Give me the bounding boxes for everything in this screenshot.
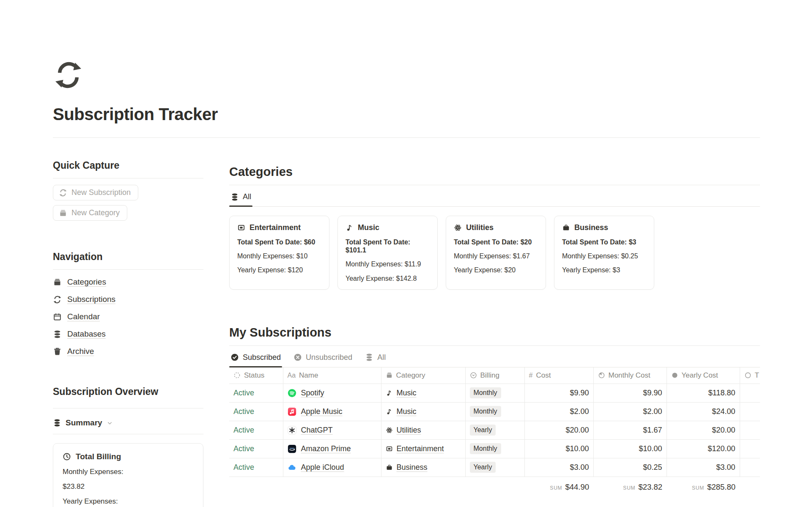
column-header-monthly-cost[interactable]: Monthly Cost xyxy=(593,367,667,384)
nav-link-calendar[interactable]: Calendar xyxy=(67,312,100,321)
outline-circle-icon xyxy=(744,372,752,379)
clock-icon xyxy=(63,452,71,461)
column-header-billing[interactable]: Billing xyxy=(465,367,524,384)
column-header-yearly-cost[interactable]: Yearly Cost xyxy=(667,367,740,384)
subscription-link[interactable]: Amazon Prime xyxy=(301,444,351,453)
yearly-cost-cell[interactable]: $118.80 xyxy=(667,384,740,402)
category-card-music[interactable]: Music Total Spent To Date: $101.1 Monthl… xyxy=(337,216,438,290)
monthly-expenses: Monthly Expenses: $10 xyxy=(237,252,321,260)
tab-all-subscriptions[interactable]: All xyxy=(364,346,387,367)
truncated-cell[interactable] xyxy=(740,421,760,439)
page-refresh-icon[interactable] xyxy=(53,60,760,92)
summary-view-selector[interactable]: Summary xyxy=(53,418,203,428)
new-subscription-button[interactable]: New Subscription xyxy=(53,185,138,200)
nav-link-subscriptions[interactable]: Subscriptions xyxy=(67,295,115,304)
sidebar: Quick Capture New Subscription New Categ… xyxy=(53,160,203,507)
category-card-utilities[interactable]: Utilities Total Spent To Date: $20 Month… xyxy=(446,216,546,290)
table-row-spotify: Active Spotify Music Monthly $9.90 $9.90… xyxy=(229,384,760,402)
tab-label: Unsubscribed xyxy=(306,353,352,362)
monthly-expenses: Monthly Expenses: $1.67 xyxy=(454,252,538,260)
truncated-cell[interactable] xyxy=(740,402,760,421)
yearly-cost-cell[interactable]: $20.00 xyxy=(667,421,740,439)
truncated-cell[interactable] xyxy=(740,458,760,477)
status-cell[interactable]: Active xyxy=(229,402,283,421)
category-link[interactable]: Entertainment xyxy=(397,444,444,453)
category-link[interactable]: Music xyxy=(397,407,417,416)
sum-monthly-cost[interactable]: SUM$23.82 xyxy=(593,477,667,492)
name-cell: Apple Music xyxy=(288,407,377,416)
column-header-category[interactable]: Category xyxy=(381,367,465,384)
nav-link-archive[interactable]: Archive xyxy=(67,347,94,356)
tab-subscribed[interactable]: Subscribed xyxy=(229,346,282,367)
status-cell[interactable]: Active xyxy=(229,384,283,402)
nav-link-categories[interactable]: Categories xyxy=(67,277,106,287)
yearly-cost-cell[interactable]: $24.00 xyxy=(667,402,740,421)
subscription-link[interactable]: ChatGPT xyxy=(301,426,333,435)
category-link[interactable]: Music xyxy=(397,389,417,397)
total-spent: Total Spent To Date: $60 xyxy=(237,238,321,246)
monthly-cost-cell[interactable]: $10.00 xyxy=(593,439,667,458)
tab-all-categories[interactable]: All xyxy=(229,185,252,206)
category-card-entertainment[interactable]: Entertainment Total Spent To Date: $60 M… xyxy=(229,216,329,290)
billing-tag[interactable]: Yearly xyxy=(470,462,496,473)
truncated-cell[interactable] xyxy=(740,384,760,402)
column-header-status[interactable]: Status xyxy=(229,367,283,384)
total-billing-card[interactable]: Total Billing Monthly Expenses: $23.82 Y… xyxy=(53,443,203,507)
cost-cell[interactable]: $10.00 xyxy=(524,439,593,458)
sum-label: SUM xyxy=(623,485,635,491)
sum-yearly-cost[interactable]: SUM$285.80 xyxy=(667,477,740,492)
apple-music-icon xyxy=(288,407,296,416)
billing-tag[interactable]: Yearly xyxy=(470,425,496,436)
amazon-prime-icon xyxy=(288,444,296,453)
divider xyxy=(53,434,203,434)
sidebar-item-archive[interactable]: Archive xyxy=(53,346,203,356)
category-link[interactable]: Business xyxy=(397,463,428,472)
table-row-apple-music: Active Apple Music Music Monthly $2.00 $… xyxy=(229,402,760,421)
cost-cell[interactable]: $3.00 xyxy=(524,458,593,477)
category-card-business[interactable]: Business Total Spent To Date: $3 Monthly… xyxy=(554,216,654,290)
nav-link-databases[interactable]: Databases xyxy=(67,329,106,339)
database-icon xyxy=(53,419,61,427)
monthly-cost-cell[interactable]: $0.25 xyxy=(593,458,667,477)
new-subscription-label: New Subscription xyxy=(71,188,131,197)
table-header-row: Status Aa Name Category Billing xyxy=(229,367,760,384)
column-header-name[interactable]: Aa Name xyxy=(283,367,381,384)
billing-tag[interactable]: Monthly xyxy=(470,406,501,417)
status-cell[interactable]: Active xyxy=(229,439,283,458)
column-header-cost[interactable]: # Cost xyxy=(524,367,593,384)
filled-circle-icon xyxy=(671,372,678,379)
billing-tag[interactable]: Monthly xyxy=(470,387,501,398)
yearly-expense: Yearly Expense: $142.8 xyxy=(346,274,430,282)
subscription-link[interactable]: Apple Music xyxy=(301,407,343,416)
monthly-cost-cell[interactable]: $1.67 xyxy=(593,421,667,439)
tv-icon xyxy=(237,224,245,232)
tab-unsubscribed[interactable]: Unsubscribed xyxy=(292,346,354,367)
new-category-button[interactable]: New Category xyxy=(53,205,127,221)
category-link[interactable]: Utilities xyxy=(397,426,421,435)
yearly-cost-cell[interactable]: $120.00 xyxy=(667,439,740,458)
column-label: Monthly Cost xyxy=(609,371,650,380)
cost-cell[interactable]: $20.00 xyxy=(524,421,593,439)
column-header-truncated[interactable]: T xyxy=(740,367,760,384)
status-cell[interactable]: Active xyxy=(229,458,283,477)
cost-cell[interactable]: $2.00 xyxy=(524,402,593,421)
sum-cost[interactable]: SUM$44.90 xyxy=(524,477,593,492)
cost-cell[interactable]: $9.90 xyxy=(524,384,593,402)
refresh-icon xyxy=(53,295,62,304)
sidebar-item-subscriptions[interactable]: Subscriptions xyxy=(53,294,203,304)
sidebar-item-categories[interactable]: Categories xyxy=(53,277,203,287)
sidebar-item-calendar[interactable]: Calendar xyxy=(53,312,203,322)
sidebar-item-databases[interactable]: Databases xyxy=(53,329,203,339)
subscription-link[interactable]: Spotify xyxy=(301,389,324,397)
subscription-link[interactable]: Apple iCloud xyxy=(301,463,344,472)
icloud-icon xyxy=(288,463,296,472)
divider xyxy=(53,178,203,178)
yearly-cost-cell[interactable]: $3.00 xyxy=(667,458,740,477)
status-cell[interactable]: Active xyxy=(229,421,283,439)
billing-tag[interactable]: Monthly xyxy=(470,443,501,454)
monthly-cost-cell[interactable]: $2.00 xyxy=(593,402,667,421)
x-circle-icon xyxy=(294,353,302,362)
truncated-cell[interactable] xyxy=(740,439,760,458)
navigation-section: Navigation Categories Subscriptions Cale… xyxy=(53,251,203,356)
monthly-cost-cell[interactable]: $9.90 xyxy=(593,384,667,402)
